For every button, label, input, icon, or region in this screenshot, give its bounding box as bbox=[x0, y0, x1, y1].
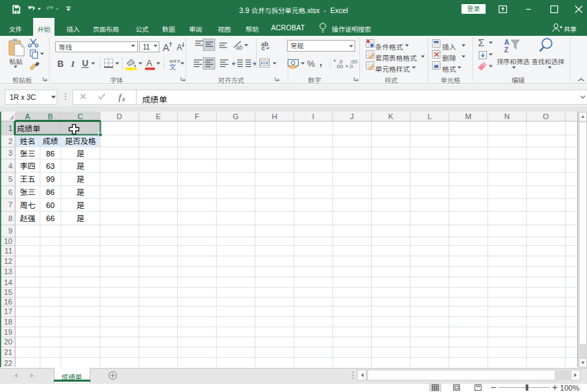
svg-text:A: A bbox=[504, 39, 509, 46]
svg-text:22: 22 bbox=[4, 359, 12, 367]
svg-text:14: 14 bbox=[4, 278, 12, 287]
svg-text:ab: ab bbox=[236, 44, 243, 51]
svg-text:w: w bbox=[169, 58, 174, 64]
svg-text:16: 16 bbox=[4, 298, 12, 306]
svg-text:姓名: 姓名 bbox=[20, 137, 36, 145]
svg-text:L: L bbox=[428, 112, 432, 121]
svg-text:M: M bbox=[465, 112, 471, 121]
svg-text:20: 20 bbox=[4, 338, 12, 346]
svg-text:是: 是 bbox=[77, 214, 85, 223]
svg-text:9: 9 bbox=[8, 227, 12, 235]
svg-text:K: K bbox=[388, 112, 394, 121]
svg-text:.0: .0 bbox=[348, 63, 353, 70]
svg-text:8: 8 bbox=[8, 214, 12, 223]
svg-text:A: A bbox=[177, 43, 182, 52]
svg-text:86: 86 bbox=[46, 149, 55, 158]
svg-text:F: F bbox=[195, 112, 199, 121]
svg-text:周七: 周七 bbox=[20, 201, 36, 209]
svg-text:成绩单: 成绩单 bbox=[17, 125, 41, 133]
svg-text:10: 10 bbox=[4, 237, 12, 245]
svg-text:17: 17 bbox=[4, 307, 12, 316]
svg-text:%: % bbox=[307, 59, 315, 69]
svg-text:N: N bbox=[504, 112, 510, 121]
svg-text:n: n bbox=[177, 58, 180, 64]
svg-text:é: é bbox=[174, 58, 177, 64]
svg-text:张三: 张三 bbox=[20, 149, 36, 158]
svg-text:x: x bbox=[121, 95, 126, 103]
svg-text:是: 是 bbox=[77, 188, 85, 196]
svg-text:赵强: 赵强 bbox=[20, 214, 36, 223]
svg-text:60: 60 bbox=[46, 201, 55, 209]
svg-text:99: 99 bbox=[46, 175, 55, 183]
svg-text:E: E bbox=[156, 112, 161, 121]
svg-text:63: 63 bbox=[46, 162, 55, 170]
svg-text:A: A bbox=[25, 112, 30, 121]
svg-text:66: 66 bbox=[46, 214, 55, 223]
svg-text:是: 是 bbox=[77, 149, 85, 158]
svg-text:.00: .00 bbox=[335, 63, 344, 70]
svg-text:3: 3 bbox=[8, 149, 12, 157]
svg-text:是否及格: 是否及格 bbox=[65, 137, 96, 145]
svg-text:c: c bbox=[261, 45, 265, 52]
svg-text:J: J bbox=[350, 112, 355, 121]
svg-text:B: B bbox=[48, 112, 52, 121]
svg-text:11: 11 bbox=[5, 247, 12, 255]
svg-text:4: 4 bbox=[8, 162, 12, 170]
svg-text:86: 86 bbox=[46, 188, 55, 196]
svg-text:张三: 张三 bbox=[20, 188, 36, 196]
svg-text:C: C bbox=[78, 112, 83, 121]
svg-text:2: 2 bbox=[8, 137, 12, 145]
svg-text:是: 是 bbox=[77, 175, 85, 183]
svg-text:成绩: 成绩 bbox=[43, 137, 59, 145]
svg-text:G: G bbox=[232, 112, 239, 121]
svg-text:D: D bbox=[117, 112, 122, 121]
svg-text:6: 6 bbox=[8, 188, 12, 196]
svg-text:19: 19 bbox=[4, 328, 12, 336]
svg-text:I: I bbox=[312, 112, 315, 121]
svg-text:是: 是 bbox=[77, 162, 85, 170]
svg-text:Σ: Σ bbox=[478, 37, 484, 48]
svg-text:I: I bbox=[70, 59, 75, 69]
svg-text:12: 12 bbox=[4, 257, 12, 265]
svg-text:5: 5 bbox=[8, 175, 12, 183]
svg-text:Z: Z bbox=[504, 46, 508, 54]
svg-text:21: 21 bbox=[4, 348, 12, 356]
svg-text:7: 7 bbox=[8, 200, 12, 209]
svg-text:李四: 李四 bbox=[20, 162, 36, 170]
svg-text:18: 18 bbox=[4, 318, 12, 326]
svg-text:B: B bbox=[57, 59, 63, 69]
svg-text:100%: 100% bbox=[560, 384, 579, 392]
svg-text:1: 1 bbox=[8, 124, 12, 132]
svg-text:O: O bbox=[543, 112, 549, 121]
svg-text:U: U bbox=[82, 59, 88, 68]
svg-text:A: A bbox=[146, 58, 152, 68]
svg-text:H: H bbox=[272, 112, 277, 121]
svg-text:A: A bbox=[163, 42, 170, 53]
svg-text:,: , bbox=[319, 56, 322, 68]
svg-text:是: 是 bbox=[77, 201, 85, 209]
svg-text:15: 15 bbox=[4, 288, 12, 296]
svg-text:13: 13 bbox=[4, 267, 12, 276]
svg-text:王五: 王五 bbox=[20, 175, 36, 183]
